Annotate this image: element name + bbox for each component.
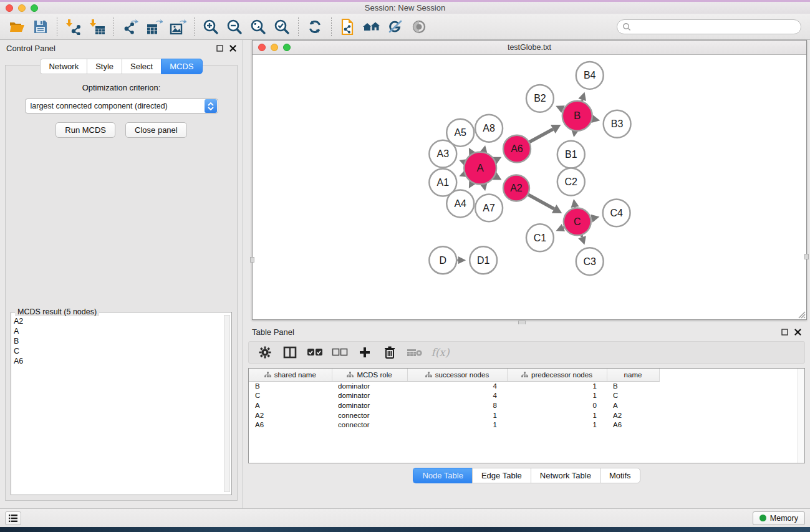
search-field[interactable] (617, 19, 801, 34)
export-table-button[interactable] (143, 16, 165, 37)
column-header-MCDS-role[interactable]: MCDS role (332, 369, 407, 381)
table-row[interactable]: Cdominator41C (249, 391, 659, 401)
close-panel-icon[interactable] (794, 329, 801, 336)
table-body[interactable]: Bdominator41BCdominator41CAdominator80AA… (249, 381, 659, 430)
resize-grip-icon[interactable] (797, 310, 806, 319)
tab-node-table[interactable]: Node Table (413, 468, 472, 483)
unselect-all-columns-button[interactable] (330, 343, 350, 362)
hide-annotations-button[interactable] (385, 16, 406, 37)
table-cell[interactable]: 1 (507, 381, 607, 391)
home-button[interactable] (361, 16, 382, 37)
table-cell[interactable]: C (607, 391, 659, 401)
memory-button[interactable]: Memory (753, 511, 805, 525)
tab-network-table[interactable]: Network Table (531, 468, 600, 483)
delete-table-button[interactable] (405, 343, 425, 362)
table-cell[interactable]: 1 (507, 410, 607, 420)
edge-C-C3[interactable] (582, 235, 582, 237)
tab-network[interactable]: Network (40, 59, 87, 74)
show-column-selector-button[interactable] (280, 343, 300, 362)
table-cell[interactable]: 8 (407, 400, 507, 410)
table-cell[interactable]: A2 (607, 410, 659, 420)
network-canvas[interactable]: B4B2BB3A8A5A6A3B1AA1C2A2A4A7C4CC1C3DD1 (253, 56, 806, 319)
result-item[interactable]: A2 (14, 316, 223, 326)
table-cell[interactable]: dominator (332, 400, 407, 410)
result-item[interactable]: A6 (14, 356, 223, 366)
table-cell[interactable]: 0 (507, 400, 607, 410)
table-cell[interactable]: A2 (249, 410, 332, 420)
table-scrollbar[interactable] (798, 369, 804, 463)
table-cell[interactable]: 1 (407, 410, 507, 420)
table-cell[interactable]: dominator (332, 381, 407, 391)
result-item[interactable]: C (14, 346, 223, 356)
column-header-successor-nodes[interactable]: successor nodes (407, 369, 507, 381)
new-network-from-selection-button[interactable] (337, 16, 359, 37)
show-hide-button[interactable] (408, 16, 430, 37)
table-settings-button[interactable] (255, 343, 275, 362)
zoom-in-button[interactable] (200, 16, 221, 37)
zoom-out-button[interactable] (224, 16, 245, 37)
table-cell[interactable]: connector (332, 420, 407, 430)
open-file-button[interactable] (6, 16, 27, 37)
tab-edge-table[interactable]: Edge Table (472, 468, 531, 483)
column-header-predecessor-nodes[interactable]: predecessor nodes (507, 369, 607, 381)
close-panel-button[interactable]: Close panel (125, 122, 187, 138)
splitter-handle[interactable] (804, 254, 809, 259)
import-table-button[interactable] (87, 16, 108, 37)
float-panel-icon[interactable] (216, 45, 223, 52)
table-cell[interactable]: A6 (607, 420, 659, 430)
table-row[interactable]: Bdominator41B (249, 381, 659, 391)
function-builder-button[interactable]: f(x) (430, 343, 450, 362)
task-history-button[interactable] (5, 511, 21, 525)
save-session-button[interactable] (30, 16, 51, 37)
node-label: B3 (611, 118, 624, 129)
result-item[interactable]: B (14, 336, 223, 346)
edge-A6-B[interactable] (529, 129, 553, 142)
mcds-result-list[interactable]: A2ABCA6 (14, 316, 223, 492)
run-mcds-button[interactable]: Run MCDS (55, 122, 115, 138)
tab-mcds[interactable]: MCDS (161, 59, 202, 74)
edge-A2-C[interactable] (528, 195, 554, 209)
table-row[interactable]: A2connector11A2 (249, 410, 659, 420)
export-image-button[interactable] (167, 16, 188, 37)
splitter-handle[interactable] (250, 257, 254, 263)
table-header-row[interactable]: shared nameMCDS rolesuccessor nodesprede… (249, 369, 659, 381)
zoom-fit-button[interactable] (248, 16, 269, 37)
table-row[interactable]: Adominator80A (249, 400, 659, 410)
table-cell[interactable]: 4 (407, 381, 507, 391)
search-input[interactable] (631, 21, 801, 33)
tab-motifs[interactable]: Motifs (600, 468, 640, 483)
table-cell[interactable]: B (249, 381, 332, 391)
table-cell[interactable]: A6 (249, 420, 332, 430)
table-cell[interactable]: 1 (507, 391, 607, 401)
table-cell[interactable]: B (607, 381, 659, 391)
close-panel-icon[interactable] (229, 45, 236, 52)
criterion-select[interactable]: largest connected component (directed) (25, 99, 218, 114)
network-graph[interactable]: B4B2BB3A8A5A6A3B1AA1C2A2A4A7C4CC1C3DD1 (253, 56, 806, 319)
edge-B-B4[interactable] (582, 100, 582, 101)
table-cell[interactable]: 1 (507, 420, 607, 430)
result-scrollbar[interactable] (224, 315, 230, 492)
table-tabs: Node TableEdge TableNetwork TableMotifs (243, 468, 810, 483)
refresh-button[interactable] (304, 16, 325, 37)
table-cell[interactable]: 1 (407, 420, 507, 430)
column-header-name[interactable]: name (607, 369, 659, 381)
delete-column-button[interactable] (380, 343, 400, 362)
import-network-button[interactable] (63, 16, 84, 37)
float-panel-icon[interactable] (781, 329, 788, 336)
table-row[interactable]: A6connector11A6 (249, 420, 659, 430)
result-item[interactable]: A (14, 326, 223, 336)
table-cell[interactable]: connector (332, 410, 407, 420)
table-cell[interactable]: C (249, 391, 332, 401)
export-network-button[interactable] (120, 16, 141, 37)
tab-style[interactable]: Style (87, 59, 122, 74)
table-cell[interactable]: A (607, 400, 659, 410)
table-cell[interactable]: A (249, 400, 332, 410)
column-header-shared-name[interactable]: shared name (249, 369, 332, 381)
select-all-columns-button[interactable] (305, 343, 325, 362)
node-table-grid[interactable]: shared nameMCDS rolesuccessor nodesprede… (249, 369, 660, 430)
create-column-button[interactable] (355, 343, 375, 362)
table-cell[interactable]: dominator (332, 391, 407, 401)
zoom-selected-button[interactable] (271, 16, 292, 37)
table-cell[interactable]: 4 (407, 391, 507, 401)
tab-select[interactable]: Select (122, 59, 161, 74)
